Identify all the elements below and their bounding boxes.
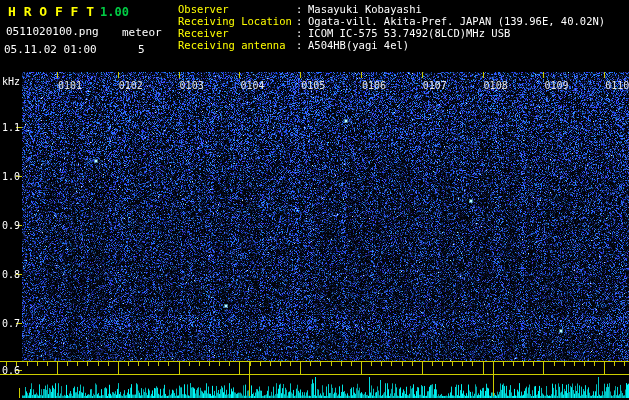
echo-count: 5 <box>138 43 145 56</box>
freq-tick-label: 0.8 <box>0 269 20 280</box>
time-tick-label: 0103 <box>180 80 204 91</box>
time-tick-label: 0101 <box>58 80 82 91</box>
time-tick-label: 0110 <box>605 80 629 91</box>
time-tick-label: 0108 <box>484 80 508 91</box>
info-value-location: Ogata-vill. Akita-Pref. JAPAN (139.96E, … <box>308 15 605 27</box>
time-tick-label: 0102 <box>119 80 143 91</box>
freq-axis-unit: kHz <box>0 76 20 87</box>
info-separator: : <box>296 15 308 27</box>
spectrogram-canvas <box>0 0 629 400</box>
info-separator: : <box>296 27 308 39</box>
station-info: Observer : Masayuki Kobayashi Receiving … <box>178 3 605 51</box>
info-label-observer: Observer <box>178 3 296 15</box>
info-label-receiver: Receiver <box>178 27 296 39</box>
observation-mode: meteor <box>122 26 162 39</box>
info-label-antenna: Receiving antenna <box>178 39 296 51</box>
freq-tick-label: 1.0 <box>0 171 20 182</box>
time-tick-label: 0106 <box>362 80 386 91</box>
info-value-observer: Masayuki Kobayashi <box>308 3 605 15</box>
time-tick-label: 0107 <box>423 80 447 91</box>
freq-tick-label: 0.6 <box>0 365 20 376</box>
info-separator: : <box>296 3 308 15</box>
info-value-antenna: A504HB(yagi 4el) <box>308 39 605 51</box>
freq-tick-label: 0.9 <box>0 220 20 231</box>
info-value-receiver: ICOM IC-575 53.7492(8LCD)MHz USB <box>308 27 605 39</box>
freq-tick-label: 1.1 <box>0 122 20 133</box>
time-tick-label: 0104 <box>240 80 264 91</box>
observation-timestamp: 05.11.02 01:00 <box>4 43 97 56</box>
time-tick-label: 0109 <box>544 80 568 91</box>
hrofft-screen: H R O F F T 1.00 0511020100.png meteor 0… <box>0 0 629 400</box>
app-version: 1.00 <box>100 5 129 19</box>
info-label-location: Receiving Location <box>178 15 296 27</box>
app-title: H R O F F T <box>8 4 94 19</box>
output-filename: 0511020100.png <box>6 25 99 38</box>
info-separator: : <box>296 39 308 51</box>
freq-tick-label: 0.7 <box>0 318 20 329</box>
time-tick-label: 0105 <box>301 80 325 91</box>
